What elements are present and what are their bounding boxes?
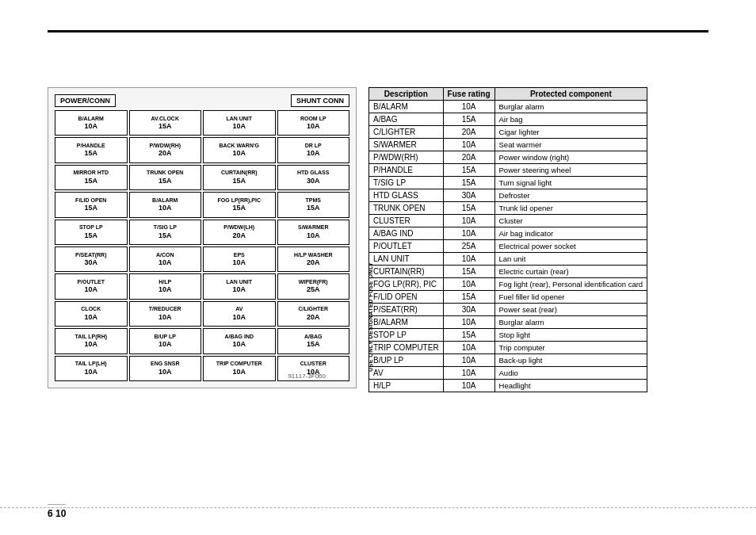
cell-description: FOG LP(RR), PIC (369, 278, 444, 291)
fuse-cell: ENG SNSR10A (129, 356, 202, 381)
cell-fuse-rating: 10A (443, 101, 494, 113)
cell-fuse-rating: 15A (443, 329, 494, 342)
cell-protected-component: Burglar alarm (494, 316, 647, 329)
table-row: F/LID OPEN15AFuel filler lid opener (369, 291, 647, 304)
fuse-cell: A/CON10A (129, 246, 202, 272)
page-number: 6 10 (48, 504, 66, 519)
col-fuse-rating: Fuse rating (443, 88, 494, 101)
cell-fuse-rating: 10A (443, 278, 494, 291)
cell-protected-component: Cluster (494, 215, 647, 227)
table-row: STOP LP15AStop light (369, 329, 647, 342)
cell-description: P/HANDLE (369, 164, 444, 177)
cell-protected-component: Trunk lid opener (494, 202, 647, 215)
cell-description: A/BAG (369, 113, 444, 126)
fuse-cell: WIPER(FR)25A (277, 273, 350, 299)
col-description: Description (369, 88, 444, 101)
table-row: B/ALARM10ABurglar alarm (369, 101, 647, 113)
fuse-row: P/HANDLE15AP/WDW(RH)20ABACK WARN'G10ADR … (55, 137, 349, 162)
fuse-cell: A/BAG15A (277, 328, 350, 353)
cell-fuse-rating: 25A (443, 240, 494, 253)
fuse-cell: CURTAIN(RR)15A (203, 165, 276, 190)
cell-fuse-rating: 15A (443, 266, 494, 278)
cell-description: F/LID OPEN (369, 291, 444, 304)
fuse-cell: T/SIG LP15A (129, 220, 202, 245)
fuse-cell: P/HANDLE15A (55, 137, 128, 162)
fuse-cell: HTD GLASS30A (277, 165, 350, 190)
fuse-row: STOP LP15AT/SIG LP15AP/WDW(LH)20AS/WARME… (55, 220, 349, 245)
cell-protected-component: Headlight (494, 380, 647, 392)
fuse-cell: MIRROR HTD15A (55, 165, 128, 190)
cell-description: B/UP LP (369, 354, 444, 367)
cell-protected-component: Power window (right) (494, 151, 647, 164)
table-row: B/ALARM10ABurglar alarm (369, 316, 647, 329)
cell-fuse-rating: 30A (443, 189, 494, 202)
cell-fuse-rating: 15A (443, 164, 494, 177)
fuse-cell: CLOCK10A (55, 301, 128, 327)
cell-description: A/BAG IND (369, 227, 444, 240)
cell-description: B/ALARM (369, 316, 444, 329)
cell-protected-component: Burglar alarm (494, 101, 647, 113)
fuse-cell: H/LP WASHER20A (277, 246, 350, 272)
cell-description: STOP LP (369, 329, 444, 342)
cell-protected-component: Turn signal light (494, 177, 647, 189)
cell-description: CURTAIN(RR) (369, 266, 444, 278)
table-row: TRIP COMPUTER10ATrip computer (369, 342, 647, 354)
fuse-cell: TAIL LP(LH)10A (55, 356, 128, 381)
fuse-cell: AV10A (203, 301, 276, 327)
fuse-cell: B/ALARM10A (129, 192, 202, 217)
cell-description: C/LIGHTER (369, 126, 444, 139)
table-row: H/LP10AHeadlight (369, 380, 647, 392)
cell-description: TRIP COMPUTER (369, 342, 444, 354)
cell-description: TRUNK OPEN (369, 202, 444, 215)
fuse-cell: F/LID OPEN15A (55, 192, 128, 217)
fuse-row: P/OUTLET10AH/LP10ALAN UNIT10AWIPER(FR)25… (55, 273, 349, 299)
fuse-cell: BACK WARN'G10A (203, 137, 276, 162)
fuse-table: Description Fuse rating Protected compon… (368, 87, 647, 392)
cell-protected-component: Fog light (rear), Personal identificatio… (494, 278, 647, 291)
cell-protected-component: Electric curtain (rear) (494, 266, 647, 278)
cell-fuse-rating: 10A (443, 342, 494, 354)
fuse-cell: FOG LP(RR),PIC15A (203, 192, 276, 217)
cell-fuse-rating: 10A (443, 253, 494, 266)
cell-protected-component: Seat warmer (494, 139, 647, 151)
cell-description: AV (369, 367, 444, 380)
cell-fuse-rating: 10A (443, 215, 494, 227)
cell-fuse-rating: 15A (443, 202, 494, 215)
shunt-conn-label: SHUNT CONN (291, 94, 349, 107)
cell-fuse-rating: 10A (443, 139, 494, 151)
cell-fuse-rating: 20A (443, 151, 494, 164)
fuse-row: CLOCK10AT/REDUCER10AAV10AC/LIGHTER20A (55, 301, 349, 327)
page-divider (0, 507, 756, 508)
fuse-cell: C/LIGHTER20A (277, 301, 350, 327)
fuse-row: TAIL LP(RH)10AB/UP LP10AA/BAG IND10AA/BA… (55, 328, 349, 353)
cell-protected-component: Cigar lighter (494, 126, 647, 139)
fuse-cell: H/LP10A (129, 273, 202, 299)
table-row: CLUSTER10ACluster (369, 215, 647, 227)
cell-protected-component: Audio (494, 367, 647, 380)
cell-protected-component: Power seat (rear) (494, 304, 647, 316)
fuse-cell: A/BAG IND10A (203, 328, 276, 353)
fuse-row: B/ALARM10AAV.CLOCK15ALAN UNIT10AROOM LP1… (55, 110, 349, 136)
fuse-cell: AV.CLOCK15A (129, 110, 202, 136)
diagram-id: 91117-3F060 (288, 373, 326, 380)
table-row: CURTAIN(RR)15AElectric curtain (rear) (369, 266, 647, 278)
fuse-row: MIRROR HTD15ATRUNK OPEN15ACURTAIN(RR)15A… (55, 165, 349, 190)
cell-protected-component: Electrical power socket (494, 240, 647, 253)
cell-protected-component: Back-up light (494, 354, 647, 367)
fuse-row: F/LID OPEN15AB/ALARM10AFOG LP(RR),PIC15A… (55, 192, 349, 217)
fuse-grid: B/ALARM10AAV.CLOCK15ALAN UNIT10AROOM LP1… (55, 110, 349, 381)
cell-description: T/SIG LP (369, 177, 444, 189)
fuse-cell: P/SEAT(RR)30A (55, 246, 128, 272)
fuse-cell: DR LP10A (277, 137, 350, 162)
cell-description: S/WARMER (369, 139, 444, 151)
top-bar (48, 30, 708, 32)
cell-description: P/WDW(RH) (369, 151, 444, 164)
cell-description: HTD GLASS (369, 189, 444, 202)
cell-protected-component: Air bag indicator (494, 227, 647, 240)
cell-description: P/OUTLET (369, 240, 444, 253)
cell-protected-component: Lan unit (494, 253, 647, 266)
fuse-cell: TAIL LP(RH)10A (55, 328, 128, 353)
fuse-header-row: POWER/CONN SHUNT CONN (55, 94, 349, 107)
table-row: T/SIG LP15ATurn signal light (369, 177, 647, 189)
cell-description: P/SEAT(RR) (369, 304, 444, 316)
